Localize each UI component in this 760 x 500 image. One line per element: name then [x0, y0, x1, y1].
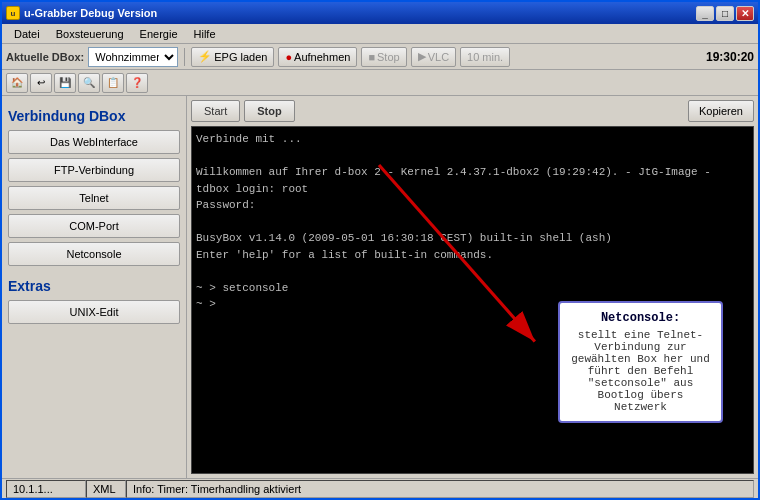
quick-toolbar: 🏠 ↩ 💾 🔍 📋 ❓: [2, 70, 758, 96]
minimize-button[interactable]: _: [696, 6, 714, 21]
record-icon: ●: [285, 51, 292, 63]
sidebar-btn-comport[interactable]: COM-Port: [8, 214, 180, 238]
sidebar-btn-webinterface[interactable]: Das WebInterface: [8, 130, 180, 154]
menu-hilfe[interactable]: Hilfe: [186, 26, 224, 42]
dbox-selector[interactable]: Wohnzimmer: [88, 47, 178, 67]
main-content: Verbindung DBox Das WebInterface FTP-Ver…: [2, 96, 758, 478]
console-line-7: Enter 'help' for a list of built-in comm…: [196, 247, 749, 264]
quick-btn-search[interactable]: 🔍: [78, 73, 100, 93]
sidebar-section-verbindung: Verbindung DBox: [8, 108, 180, 124]
sidebar-btn-ftp[interactable]: FTP-Verbindung: [8, 158, 180, 182]
menu-boxsteuerung[interactable]: Boxsteuerung: [48, 26, 132, 42]
copy-button[interactable]: Kopieren: [688, 100, 754, 122]
status-info: Info: Timer: Timerhandling aktiviert: [126, 480, 754, 498]
toolbar-sep-1: [184, 48, 185, 66]
quick-btn-help[interactable]: ❓: [126, 73, 148, 93]
menu-energie[interactable]: Energie: [132, 26, 186, 42]
status-ip: 10.1.1...: [6, 480, 86, 498]
quick-btn-save[interactable]: 💾: [54, 73, 76, 93]
console-line-6: BusyBox v1.14.0 (2009-05-01 16:30:18 CES…: [196, 230, 749, 247]
main-window: u u-Grabber Debug Version _ □ ✕ Datei Bo…: [0, 0, 760, 500]
aufnehmen-button[interactable]: ● Aufnehmen: [278, 47, 357, 67]
status-bar: 10.1.1... XML Info: Timer: Timerhandling…: [2, 478, 758, 498]
stop-toolbar-button[interactable]: ■ Stop: [361, 47, 406, 67]
sidebar-section-extras: Extras: [8, 278, 180, 294]
console-line-3: tdbox login: root: [196, 181, 749, 198]
callout-title: Netconsole:: [568, 311, 713, 325]
vlc-icon: ▶: [418, 50, 426, 63]
quick-btn-paste[interactable]: 📋: [102, 73, 124, 93]
console-output[interactable]: Verbinde mit ... Willkommen auf Ihrer d-…: [191, 126, 754, 474]
console-line-8: [196, 263, 749, 280]
quick-btn-home[interactable]: 🏠: [6, 73, 28, 93]
sidebar-btn-netconsole[interactable]: Netconsole: [8, 242, 180, 266]
main-toolbar: Aktuelle DBox: Wohnzimmer ⚡ EPG laden ● …: [2, 44, 758, 70]
dbox-label: Aktuelle DBox:: [6, 51, 84, 63]
title-bar: u u-Grabber Debug Version _ □ ✕: [2, 2, 758, 24]
console-line-2: Willkommen auf Ihrer d-box 2 - Kernel 2.…: [196, 164, 749, 181]
menu-datei[interactable]: Datei: [6, 26, 48, 42]
callout-text: stellt eine Telnet-Verbindung zur gewähl…: [568, 329, 713, 413]
console-area: Start Stop Kopieren Verbinde mit ... Wil…: [187, 96, 758, 478]
sidebar-btn-telnet[interactable]: Telnet: [8, 186, 180, 210]
vlc-button[interactable]: ▶ VLC: [411, 47, 456, 67]
maximize-button[interactable]: □: [716, 6, 734, 21]
sidebar: Verbindung DBox Das WebInterface FTP-Ver…: [2, 96, 187, 478]
close-button[interactable]: ✕: [736, 6, 754, 21]
start-button[interactable]: Start: [191, 100, 240, 122]
stop-button[interactable]: Stop: [244, 100, 294, 122]
stop-icon: ■: [368, 51, 375, 63]
time-display: 19:30:20: [706, 50, 754, 64]
console-line-1: [196, 148, 749, 165]
console-line-5: [196, 214, 749, 231]
epg-icon: ⚡: [198, 50, 212, 63]
console-toolbar: Start Stop Kopieren: [191, 100, 754, 122]
callout-box: Netconsole: stellt eine Telnet-Verbindun…: [558, 301, 723, 423]
app-icon: u: [6, 6, 20, 20]
window-title: u-Grabber Debug Version: [24, 7, 157, 19]
console-line-9: ~ > setconsole: [196, 280, 749, 297]
sidebar-btn-unix-edit[interactable]: UNIX-Edit: [8, 300, 180, 324]
window-controls: _ □ ✕: [696, 6, 754, 21]
menu-bar: Datei Boxsteuerung Energie Hilfe: [2, 24, 758, 44]
timer-button[interactable]: 10 min.: [460, 47, 510, 67]
console-line-0: Verbinde mit ...: [196, 131, 749, 148]
quick-btn-back[interactable]: ↩: [30, 73, 52, 93]
epg-laden-button[interactable]: ⚡ EPG laden: [191, 47, 274, 67]
status-xml: XML: [86, 480, 126, 498]
console-line-4: Password:: [196, 197, 749, 214]
